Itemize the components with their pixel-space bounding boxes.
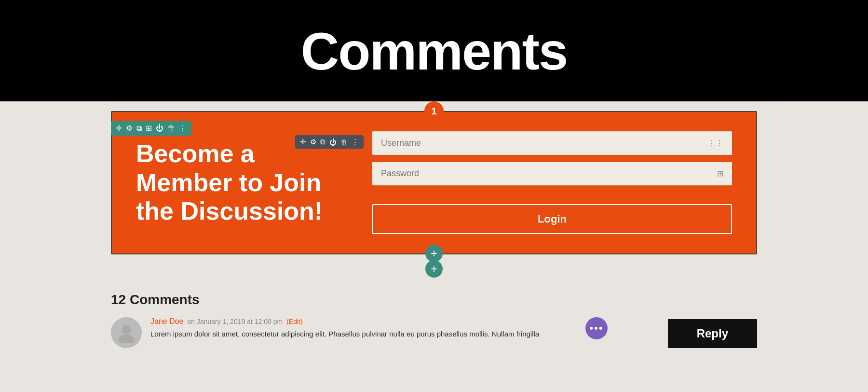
dots-menu-button[interactable]: ••• xyxy=(585,317,608,339)
dots-icon: ••• xyxy=(589,322,603,335)
inner-more-icon[interactable]: ⋮ xyxy=(352,138,359,146)
plus-button-below[interactable]: + xyxy=(425,260,443,278)
inner-settings-icon[interactable]: ⚙ xyxy=(310,138,316,146)
inner-delete-icon[interactable]: 🗑 xyxy=(340,138,348,146)
outer-toolbar[interactable]: ✛ ⚙ ⧉ ⊞ ⏻ 🗑 ⋮ xyxy=(111,121,191,136)
password-input[interactable] xyxy=(381,168,717,179)
comment-meta: Jane Doe on January 1, 2019 at 12:00 pm … xyxy=(150,317,757,326)
forgot-password-link[interactable]: Forgot your password? xyxy=(372,189,732,197)
login-button[interactable]: Login xyxy=(372,204,732,234)
username-icon: ⋮⋮ xyxy=(708,139,723,148)
comment-date: on January 1, 2019 at 12:00 pm xyxy=(188,318,283,325)
page-header: Comments xyxy=(0,0,868,101)
settings-icon[interactable]: ⚙ xyxy=(126,124,133,133)
page-title: Comments xyxy=(301,20,567,82)
plus-button-inner[interactable]: + xyxy=(425,245,443,262)
svg-point-1 xyxy=(118,335,135,343)
delete-icon[interactable]: 🗑 xyxy=(167,124,175,133)
move-icon[interactable]: ✛ xyxy=(116,124,122,133)
orange-section-wrapper: 1 ✛ ⚙ ⧉ ⏻ 🗑 ⋮ Become a Member to Join th… xyxy=(111,111,757,254)
page-content: ✛ ⚙ ⧉ ⊞ ⏻ 🗑 ⋮ 1 ✛ ⚙ ⧉ ⏻ 🗑 ⋮ Become a Mem… xyxy=(0,111,868,358)
password-field-wrapper[interactable]: ⊞ xyxy=(372,162,732,185)
more-icon[interactable]: ⋮ xyxy=(179,124,187,133)
avatar xyxy=(111,317,142,348)
grid-icon[interactable]: ⊞ xyxy=(146,124,152,133)
comment-author: Jane Doe xyxy=(150,317,184,326)
orange-section: Become a Member to Join the Discussion! … xyxy=(112,112,756,253)
password-icon: ⊞ xyxy=(717,169,723,178)
power-icon[interactable]: ⏻ xyxy=(156,124,163,133)
inner-move-icon[interactable]: ✛ xyxy=(300,138,306,146)
login-form: ⋮⋮ ⊞ Forgot your password? Login xyxy=(372,131,732,234)
inner-toolbar[interactable]: ✛ ⚙ ⧉ ⏻ 🗑 ⋮ xyxy=(295,135,364,149)
comment-body: Jane Doe on January 1, 2019 at 12:00 pm … xyxy=(150,317,757,340)
plus-button-below-wrapper: + xyxy=(0,260,868,278)
comments-section: 12 Comments Jane Doe on January 1, 2019 … xyxy=(0,278,868,358)
table-row: Jane Doe on January 1, 2019 at 12:00 pm … xyxy=(111,317,757,348)
username-input[interactable] xyxy=(381,138,708,148)
comments-count: 12 Comments xyxy=(111,292,757,308)
badge-number: 1 xyxy=(424,101,444,121)
comment-text: Lorem ipsum dolor sit amet, consectetur … xyxy=(150,329,757,340)
comment-edit-link[interactable]: (Edit) xyxy=(286,318,302,325)
inner-power-icon[interactable]: ⏻ xyxy=(329,138,337,146)
user-avatar-icon xyxy=(116,322,136,343)
username-field-wrapper[interactable]: ⋮⋮ xyxy=(372,131,732,155)
reply-button[interactable]: Reply xyxy=(668,319,757,348)
join-text: Become a Member to Join the Discussion! xyxy=(136,140,343,226)
inner-duplicate-icon[interactable]: ⧉ xyxy=(320,138,326,146)
duplicate-icon[interactable]: ⧉ xyxy=(136,124,142,133)
svg-point-0 xyxy=(122,325,131,334)
